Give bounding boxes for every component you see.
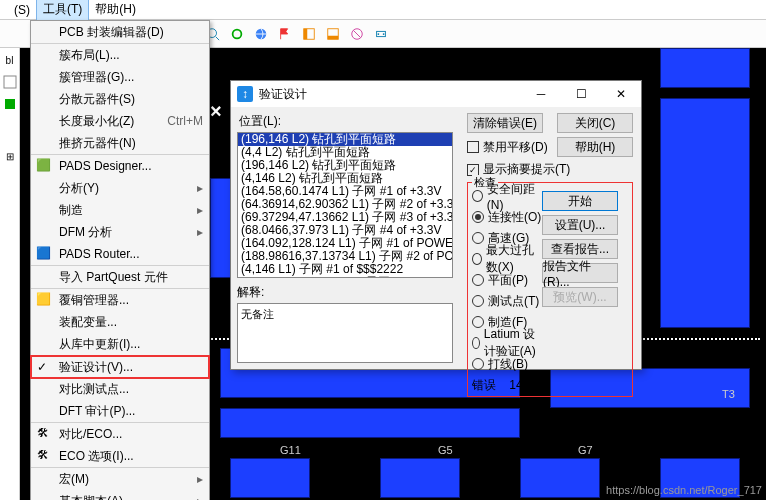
radio-clearance-label: 安全间距(N) (487, 181, 544, 212)
menu-pads-designer[interactable]: 🟩PADS Designer... (31, 155, 209, 177)
start-button[interactable]: 开始 (542, 191, 618, 211)
radio-wirebond[interactable] (472, 358, 484, 370)
dialog-titlebar[interactable]: ↕ 验证设计 ─ ☐ ✕ (231, 81, 641, 107)
svg-rect-17 (5, 99, 15, 109)
menu-compare-eco[interactable]: 🛠对比/ECO... (31, 423, 209, 445)
menu-dfm-analyze[interactable]: DFM 分析▸ (31, 221, 209, 243)
radio-maxvia[interactable] (472, 253, 482, 265)
error-count: 14 (509, 378, 522, 392)
explanation-textarea[interactable]: 无备注 (237, 303, 453, 363)
dialog-title: 验证设计 (259, 86, 307, 103)
radio-highspeed[interactable] (472, 232, 484, 244)
pad (230, 458, 310, 498)
help-button[interactable]: 帮助(H) (557, 137, 633, 157)
menu-compare-testpoint[interactable]: 对比测试点... (31, 378, 209, 400)
dock-box-icon[interactable] (2, 74, 18, 90)
copper-icon: 🟨 (35, 291, 51, 307)
panel2-icon[interactable] (323, 24, 343, 44)
menu-disperse-components[interactable]: 分散元器件(S) (31, 88, 209, 110)
refdes-g5: G5 (438, 444, 453, 456)
panel1-icon[interactable] (299, 24, 319, 44)
pads-designer-icon: 🟩 (35, 157, 51, 173)
menu-cluster-layout[interactable]: 簇布局(L)... (31, 44, 209, 66)
svg-point-6 (233, 29, 242, 38)
menu-assembly-variant[interactable]: 装配变量... (31, 311, 209, 333)
explanation-label: 解释: (237, 284, 453, 301)
watermark: https://blog.csdn.net/Roger_717 (606, 484, 762, 496)
dock-label-icon[interactable]: bl (2, 52, 18, 68)
menu-make[interactable]: 制造▸ (31, 199, 209, 221)
error-label: 错误 (472, 378, 496, 392)
location-label: 位置(L): (239, 113, 453, 130)
list-item[interactable]: (8.99922,147.1041 L1) 子网 #2 of $$$2222 (238, 276, 452, 278)
svg-point-14 (378, 33, 380, 35)
radio-clearance[interactable] (472, 190, 483, 202)
globe-icon[interactable] (251, 24, 271, 44)
svg-point-15 (383, 33, 385, 35)
radio-testpoint-label: 测试点(T) (488, 293, 539, 310)
dialog-icon: ↕ (237, 86, 253, 102)
radio-wirebond-label: 打线(B) (488, 356, 528, 373)
eco-opt-icon: 🛠 (35, 447, 51, 463)
place-icon[interactable] (371, 24, 391, 44)
dock-green-icon[interactable] (2, 96, 18, 112)
cycle-icon[interactable] (227, 24, 247, 44)
menu-copper-manager[interactable]: 🟨覆铜管理器... (31, 289, 209, 311)
refdes-g7: G7 (578, 444, 593, 456)
submenu-arrow-icon: ▸ (197, 224, 203, 240)
report-file-button[interactable]: 报告文件(R)... (542, 263, 618, 283)
pad (660, 48, 750, 88)
preview-button: 预览(W)... (542, 287, 618, 307)
disable-pan-checkbox[interactable] (467, 141, 479, 153)
minimize-button[interactable]: ─ (521, 81, 561, 107)
pad (520, 458, 600, 498)
submenu-arrow-icon: ▸ (197, 493, 203, 500)
menu-nudge-components[interactable]: 推挤元器件(N) (31, 132, 209, 155)
hotkey: Ctrl+M (167, 113, 203, 129)
menubar-prev[interactable]: (S) (8, 1, 36, 19)
menu-basic-script[interactable]: 基本脚本(A)▸ (31, 490, 209, 500)
dock-tree-icon[interactable]: ⊞ (2, 148, 18, 164)
close-dialog-button[interactable]: 关闭(C) (557, 113, 633, 133)
menu-pcb-pkg-editor[interactable]: PCB 封装编辑器(D) (31, 21, 209, 44)
menu-analyze[interactable]: 分析(Y)▸ (31, 177, 209, 199)
pad (220, 408, 520, 438)
pad (380, 458, 460, 498)
menubar-tools[interactable]: 工具(T) (36, 0, 89, 21)
check-icon: ✓ (37, 359, 47, 375)
menu-import-partquest[interactable]: 导入 PartQuest 元件 (31, 266, 209, 289)
pad (660, 98, 750, 328)
close-button[interactable]: ✕ (601, 81, 641, 107)
pads-router-icon: 🟦 (35, 245, 51, 261)
disable-pan-label: 禁用平移(D) (483, 139, 548, 156)
radio-testpoint[interactable] (472, 295, 484, 307)
menu-pads-router[interactable]: 🟦PADS Router... (31, 243, 209, 266)
error-listbox[interactable]: (196,146 L2) 钻孔到平面短路 (4,4 L2) 钻孔到平面短路 (1… (237, 132, 453, 278)
menu-cluster-manager[interactable]: 簇管理器(G)... (31, 66, 209, 88)
menubar: (S) 工具(T) 帮助(H) (0, 0, 766, 20)
menu-eco-options[interactable]: 🛠ECO 选项(I)... (31, 445, 209, 468)
radio-connectivity[interactable] (472, 211, 484, 223)
flag-icon[interactable] (275, 24, 295, 44)
radio-plane[interactable] (472, 274, 484, 286)
drc-icon[interactable] (347, 24, 367, 44)
cursor-mark: × (210, 100, 222, 123)
radio-plane-label: 平面(P) (488, 272, 528, 289)
view-report-button[interactable]: 查看报告... (542, 239, 618, 259)
svg-rect-9 (304, 28, 308, 39)
menu-macro[interactable]: 宏(M)▸ (31, 468, 209, 490)
menu-dft-audit[interactable]: DFT 审计(P)... (31, 400, 209, 423)
radio-latium[interactable] (472, 337, 480, 349)
clear-errors-button[interactable]: 清除错误(E) (467, 113, 543, 133)
show-summary-checkbox[interactable]: ✓ (467, 164, 479, 176)
svg-rect-11 (328, 35, 339, 39)
maximize-button[interactable]: ☐ (561, 81, 601, 107)
refdes-g11: G11 (280, 444, 301, 456)
radio-fabrication[interactable] (472, 316, 484, 328)
setup-button[interactable]: 设置(U)... (542, 215, 618, 235)
menubar-help[interactable]: 帮助(H) (89, 0, 142, 20)
radio-connectivity-label: 连接性(O) (488, 209, 541, 226)
menu-length-minimize[interactable]: 长度最小化(Z)Ctrl+M (31, 110, 209, 132)
menu-refresh-from-lib[interactable]: 从库中更新(I)... (31, 333, 209, 356)
menu-verify-design[interactable]: ✓验证设计(V)... (31, 356, 209, 378)
